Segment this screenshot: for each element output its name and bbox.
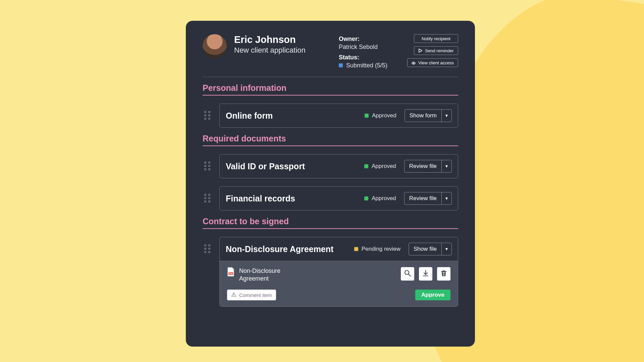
svg-point-13 (209, 169, 210, 170)
warning-icon (231, 292, 236, 298)
status-text: Approved (372, 195, 396, 202)
svg-point-16 (205, 197, 206, 199)
svg-point-9 (209, 162, 210, 163)
card-online-form: Online form Approved Show form ▼ (219, 104, 458, 128)
svg-point-31 (233, 296, 234, 296)
header-actions: Notify recipient Send reminder View clie… (407, 34, 458, 67)
status-color-dot (339, 63, 343, 67)
card-valid-id: Valid ID or Passport Approved Review fil… (219, 154, 458, 178)
review-file-button[interactable]: Review file ▼ (404, 160, 452, 173)
item-row: Valid ID or Passport Approved Review fil… (203, 154, 458, 178)
svg-point-2 (205, 111, 206, 113)
meta-block: Owner: Patrick Sebold Status: Submitted … (339, 34, 400, 69)
client-name: Eric Johnson (234, 34, 331, 45)
section-title-contract: Contract to be signed (203, 217, 458, 229)
card-title: Online form (226, 111, 273, 121)
show-file-label[interactable]: Show file (409, 243, 441, 255)
svg-text:PDF: PDF (229, 273, 233, 275)
search-icon (404, 269, 411, 278)
card-title: Non-Disclosure Agreement (226, 244, 333, 254)
svg-point-28 (405, 270, 409, 275)
item-row: Online form Approved Show form ▼ (203, 104, 458, 128)
status-badge: Approved (365, 112, 396, 119)
approve-button[interactable]: Approve (415, 290, 450, 300)
svg-point-22 (205, 248, 206, 249)
status-badge: Approved (364, 195, 396, 202)
svg-point-19 (209, 201, 210, 202)
header: Eric Johnson New client application Owne… (203, 34, 458, 77)
review-file-label[interactable]: Review file (405, 192, 441, 204)
card-nda: Non-Disclosure Agreement Pending review … (219, 237, 458, 307)
send-reminder-button[interactable]: Send reminder (414, 46, 458, 55)
item-row: Non-Disclosure Agreement Pending review … (203, 237, 458, 307)
download-icon (422, 269, 429, 278)
play-icon (418, 49, 422, 53)
show-form-label[interactable]: Show form (405, 110, 441, 122)
status-label: Status: (339, 54, 359, 61)
status-square-icon (364, 196, 368, 200)
chevron-down-icon[interactable]: ▼ (441, 110, 451, 122)
svg-point-4 (205, 115, 206, 116)
drag-handle[interactable] (203, 104, 212, 120)
preview-button[interactable] (401, 267, 414, 281)
approve-label: Approve (421, 292, 444, 298)
card-title: Financial records (226, 194, 295, 203)
eye-icon (412, 61, 416, 65)
status-square-icon (364, 164, 368, 168)
status-square-icon (354, 247, 358, 251)
pdf-icon: PDF (227, 267, 234, 277)
review-file-button[interactable]: Review file ▼ (404, 192, 452, 205)
view-client-access-label: View client access (418, 60, 454, 65)
svg-point-3 (209, 111, 210, 113)
client-block: Eric Johnson New client application (234, 34, 331, 55)
owner-label: Owner: (339, 36, 360, 42)
svg-point-21 (209, 245, 210, 246)
section-title-personal: Personal information (203, 83, 458, 96)
svg-point-20 (205, 245, 206, 246)
item-row: Financial records Approved Review file ▼ (203, 186, 458, 210)
card-financial-records: Financial records Approved Review file ▼ (219, 186, 458, 210)
status-text: Approved (372, 163, 396, 170)
svg-point-10 (205, 165, 206, 167)
comment-item-button[interactable]: Comment item (227, 290, 276, 300)
status-text: Approved (372, 112, 396, 119)
view-client-access-button[interactable]: View client access (407, 58, 458, 67)
svg-point-8 (205, 162, 206, 163)
application-panel: Eric Johnson New client application Owne… (186, 21, 475, 347)
avatar (203, 34, 227, 58)
review-file-label[interactable]: Review file (405, 160, 441, 172)
drag-handle[interactable] (203, 154, 212, 171)
chevron-down-icon[interactable]: ▼ (441, 160, 451, 172)
status-square-icon (365, 114, 369, 118)
show-file-button[interactable]: Show file ▼ (409, 243, 452, 255)
section-title-documents: Required documents (203, 134, 458, 146)
file-panel: PDF Non-Disclosure Agreement (220, 261, 458, 306)
notify-recipient-button[interactable]: Notify recipient (414, 34, 458, 43)
svg-point-12 (205, 169, 206, 170)
drag-handle[interactable] (203, 237, 212, 254)
notify-recipient-label: Notify recipient (422, 36, 450, 41)
chevron-down-icon[interactable]: ▼ (441, 243, 451, 255)
svg-point-6 (205, 118, 206, 119)
svg-point-23 (209, 248, 210, 249)
svg-point-25 (209, 251, 210, 253)
trash-icon (440, 269, 447, 278)
download-button[interactable] (419, 267, 432, 281)
svg-point-1 (413, 63, 414, 64)
svg-point-11 (209, 165, 210, 167)
svg-point-5 (209, 115, 210, 116)
svg-point-17 (209, 197, 210, 199)
svg-point-18 (205, 201, 206, 202)
drag-handle[interactable] (203, 186, 212, 203)
svg-point-7 (209, 118, 210, 119)
show-form-button[interactable]: Show form ▼ (405, 109, 452, 122)
file-name: Non-Disclosure Agreement (239, 267, 306, 282)
svg-marker-0 (419, 49, 422, 52)
client-subtitle: New client application (234, 46, 331, 55)
owner-name: Patrick Sebold (339, 44, 378, 50)
status-text: Submitted (5/5) (346, 61, 387, 69)
send-reminder-label: Send reminder (425, 48, 453, 53)
delete-button[interactable] (437, 267, 450, 281)
status-text: Pending review (362, 246, 400, 252)
chevron-down-icon[interactable]: ▼ (441, 192, 451, 204)
